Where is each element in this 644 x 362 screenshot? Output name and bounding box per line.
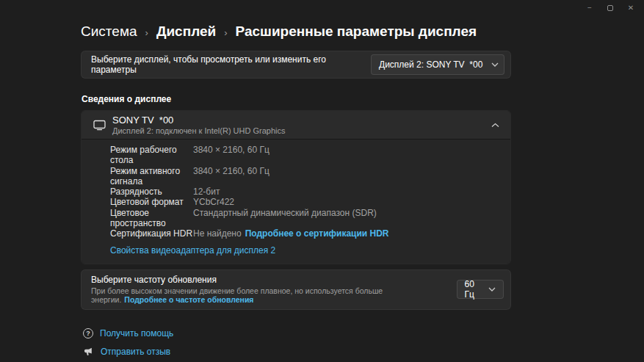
breadcrumb: Система › Дисплей › Расширенные параметр… xyxy=(81,23,511,40)
breadcrumb-system[interactable]: Система xyxy=(81,23,137,40)
close-button[interactable]: ✕ xyxy=(621,1,641,15)
refresh-rate-description: При более высоком значении движение боле… xyxy=(91,286,457,304)
display-selector-dropdown[interactable]: Дисплей 2: SONY TV *00 xyxy=(371,54,504,75)
get-help-label: Получить помощь xyxy=(100,328,173,339)
maximize-button[interactable] xyxy=(600,1,621,15)
chevron-down-icon xyxy=(488,287,496,292)
display-info-details: Режим рабочего стола 3840 × 2160, 60 Гц … xyxy=(82,139,510,264)
monitor-icon xyxy=(93,120,106,131)
footer: ? Получить помощь Отправить отзыв xyxy=(83,328,511,358)
titlebar: − ✕ xyxy=(0,0,644,16)
get-help-link[interactable]: ? Получить помощь xyxy=(83,328,173,339)
display-info-expander: SONY TV *00 Дисплей 2: подключен к Intel… xyxy=(81,110,511,264)
info-row-color-format: Цветовой формат YCbCr422 xyxy=(110,197,499,207)
minimize-button[interactable]: − xyxy=(579,1,600,15)
chevron-right-icon: › xyxy=(145,26,148,38)
chevron-up-icon xyxy=(491,123,499,128)
display-title: SONY TV *00 xyxy=(112,115,491,126)
display-selector-value: Дисплей 2: SONY TV *00 xyxy=(379,59,482,70)
send-feedback-link[interactable]: Отправить отзыв xyxy=(83,347,170,358)
page-title: Расширенные параметры дисплея xyxy=(236,23,477,40)
refresh-rate-dropdown[interactable]: 60 Гц xyxy=(457,280,504,299)
hdr-certification-link[interactable]: Подробнее о сертификации HDR xyxy=(245,228,389,239)
feedback-megaphone-icon xyxy=(83,347,94,358)
info-row-color-space: Цветовое пространство Стандартный динами… xyxy=(110,208,499,229)
maximize-icon xyxy=(607,5,613,11)
refresh-rate-title: Выберите частоту обновления xyxy=(91,275,457,285)
display-selector-card: Выберите дисплей, чтобы просмотреть или … xyxy=(81,51,511,79)
info-row-hdr-certification: Сертификация HDR Не найдено Подробнее о … xyxy=(110,228,499,239)
display-selector-label: Выберите дисплей, чтобы просмотреть или … xyxy=(91,54,371,75)
send-feedback-label: Отправить отзыв xyxy=(101,347,170,357)
display-subtitle: Дисплей 2: подключен к Intel(R) UHD Grap… xyxy=(112,126,491,135)
video-adapter-properties-link[interactable]: Свойства видеоадаптера для дисплея 2 xyxy=(110,245,275,256)
refresh-rate-learn-more-link[interactable]: Подробнее о частоте обновления xyxy=(124,295,253,304)
display-info-section-title: Сведения о дисплее xyxy=(82,94,511,104)
display-info-expander-header[interactable]: SONY TV *00 Дисплей 2: подключен к Intel… xyxy=(82,111,510,139)
minimize-icon: − xyxy=(587,4,592,12)
refresh-rate-card: Выберите частоту обновления При более вы… xyxy=(81,269,511,310)
chevron-down-icon xyxy=(491,62,499,67)
breadcrumb-display[interactable]: Дисплей xyxy=(156,23,216,40)
chevron-right-icon: › xyxy=(224,26,227,38)
help-icon: ? xyxy=(83,328,93,339)
refresh-rate-value: 60 Гц xyxy=(465,279,480,300)
info-row-desktop-mode: Режим рабочего стола 3840 × 2160, 60 Гц xyxy=(110,145,499,166)
info-row-bit-depth: Разрядность 12-бит xyxy=(110,187,499,197)
info-row-active-signal-mode: Режим активного сигнала 3840 × 2160, 60 … xyxy=(110,166,499,187)
close-icon: ✕ xyxy=(628,4,634,12)
